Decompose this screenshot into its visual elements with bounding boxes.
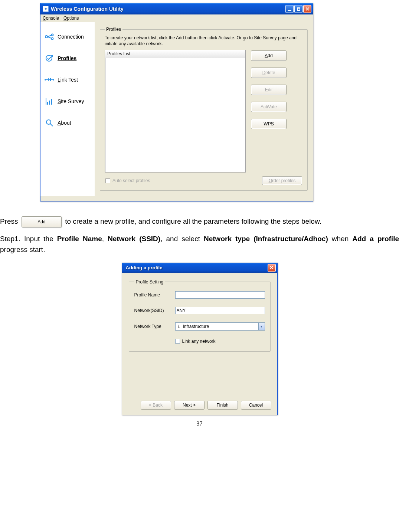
network-ssid-input[interactable]: [175, 307, 265, 314]
close-button[interactable]: ✕: [303, 5, 311, 13]
label-profile-name: Profile Name: [134, 292, 175, 298]
window-title: Wireless Configuration Utility: [51, 6, 285, 12]
text: ,: [102, 235, 108, 243]
chevron-down-icon: [258, 323, 265, 330]
text: progress start.: [0, 246, 45, 253]
label-network-type: Network Type: [134, 324, 175, 329]
menu-options[interactable]: Options: [63, 16, 79, 21]
menubar: Console Options: [40, 14, 313, 22]
sidebar-item-label: About: [58, 120, 71, 126]
wireless-config-window: ✦ Wireless Configuration Utility ✕ Conso…: [40, 3, 313, 201]
profiles-list-header: Profiles List: [105, 50, 245, 58]
row-profile-name: Profile Name: [134, 291, 265, 299]
profile-setting-group: Profile Setting Profile Name Network(SSI…: [129, 279, 271, 352]
sidebar-item-label: Site Survey: [58, 98, 84, 104]
svg-point-1: [52, 34, 53, 36]
cancel-button[interactable]: Cancel: [241, 401, 271, 410]
profiles-group: Profiles To create your network list, cl…: [100, 27, 308, 191]
next-button[interactable]: Next >: [174, 401, 205, 410]
text: to create a new profile, and configure a…: [65, 217, 321, 225]
sidebar-item-linktest[interactable]: Link Test: [41, 69, 94, 91]
menu-console[interactable]: Console: [43, 16, 59, 21]
activate-button[interactable]: ActiVate: [251, 102, 287, 112]
status-strip: [40, 196, 313, 201]
sidebar-item-connection[interactable]: Connection: [41, 26, 94, 47]
edit-button[interactable]: Edit: [251, 85, 287, 95]
sidebar-item-about[interactable]: About: [41, 112, 94, 134]
app-icon: ✦: [43, 6, 49, 12]
svg-point-15: [46, 120, 51, 124]
checkbox-icon: [105, 178, 110, 183]
dialog-button-row: < Back Next > Finish Cancel: [122, 401, 277, 415]
dialog-titlebar: Adding a profile ✕: [122, 263, 277, 273]
adding-profile-dialog: Adding a profile ✕ Profile Setting Profi…: [122, 263, 278, 415]
svg-line-3: [48, 35, 51, 37]
svg-point-2: [52, 38, 53, 40]
text-bold: Network (SSID): [108, 235, 160, 243]
text-bold: (Infrastructure/Adhoc): [254, 235, 328, 243]
order-profiles-button[interactable]: Order profiles: [262, 176, 302, 185]
label-network-ssid: Network(SSID): [134, 308, 175, 313]
add-button[interactable]: Add: [251, 50, 287, 61]
page-number: 37: [0, 420, 399, 427]
minimize-button[interactable]: [285, 5, 294, 13]
window-controls: ✕: [285, 5, 311, 13]
link-any-network-label: Link any network: [182, 339, 216, 344]
auto-select-checkbox[interactable]: Auto select profiles: [105, 178, 150, 183]
profile-setting-legend: Profile Setting: [134, 279, 165, 285]
text-bold: Add a profile: [352, 235, 399, 243]
instruction-paragraph: Press Add to create a new profile, and c…: [0, 214, 399, 229]
network-type-combobox[interactable]: ℹ Infrastructure: [175, 322, 265, 331]
about-icon: [44, 119, 55, 127]
profiles-hint: To create your network list, click the A…: [105, 35, 303, 47]
maximize-button[interactable]: [294, 5, 302, 13]
text-bold: Profile Name: [57, 235, 102, 243]
sitesurvey-icon: [44, 97, 55, 105]
text: Step1. Input the: [0, 235, 57, 243]
network-type-icon: ℹ: [176, 324, 182, 328]
delete-button[interactable]: Delete: [251, 68, 287, 78]
main-panel: Profiles To create your network list, cl…: [95, 22, 313, 196]
row-network-ssid: Network(SSID): [134, 307, 265, 314]
back-button[interactable]: < Back: [141, 401, 171, 410]
svg-rect-12: [47, 102, 48, 105]
checkbox-icon: [175, 339, 180, 344]
text: , and select: [160, 235, 204, 243]
text-bold: Network type: [204, 235, 254, 243]
svg-line-4: [48, 37, 51, 38]
titlebar: ✦ Wireless Configuration Utility ✕: [40, 3, 313, 14]
sidebar: Connection Profiles Link Test: [40, 22, 95, 196]
svg-line-16: [50, 124, 53, 126]
wps-button[interactable]: WPS: [251, 119, 287, 129]
profile-name-input[interactable]: [175, 291, 265, 299]
svg-point-6: [45, 79, 46, 81]
dialog-title: Adding a profile: [124, 265, 268, 270]
svg-point-5: [46, 55, 52, 61]
auto-select-label: Auto select profiles: [112, 178, 150, 183]
sidebar-item-label: Profiles: [58, 55, 76, 61]
text: Press: [0, 217, 20, 225]
text: when: [328, 235, 353, 243]
profiles-legend: Profiles: [105, 27, 122, 32]
sidebar-item-sitesurvey[interactable]: Site Survey: [41, 91, 94, 112]
sidebar-item-profiles[interactable]: Profiles: [41, 47, 94, 69]
linktest-icon: [44, 76, 55, 84]
inline-add-button: Add: [22, 216, 62, 227]
svg-rect-14: [51, 99, 52, 105]
svg-rect-13: [49, 101, 50, 105]
sidebar-item-label: Link Test: [58, 77, 78, 83]
network-type-value: Infrastructure: [182, 324, 258, 329]
row-network-type: Network Type ℹ Infrastructure: [134, 322, 265, 331]
svg-point-7: [53, 79, 54, 81]
link-any-network-checkbox[interactable]: Link any network: [175, 339, 265, 344]
dialog-close-button[interactable]: ✕: [268, 264, 276, 272]
profiles-listbox[interactable]: Profiles List: [105, 50, 246, 173]
finish-button[interactable]: Finish: [207, 401, 238, 410]
connection-icon: [44, 33, 55, 41]
profiles-button-column: Add Delete Edit ActiVate WPS: [251, 50, 287, 173]
profiles-icon: [44, 54, 55, 62]
sidebar-item-label: Connection: [58, 34, 84, 40]
svg-point-0: [45, 36, 48, 38]
step1-paragraph: Step1. Input the Profile Name, Network (…: [0, 233, 399, 255]
